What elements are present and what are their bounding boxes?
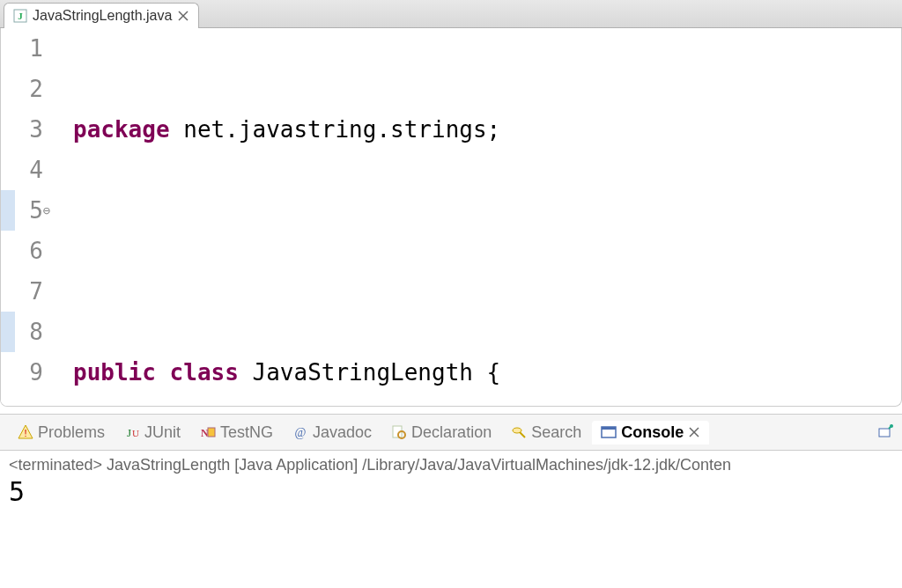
view-tab-problems[interactable]: !Problems [9, 421, 114, 445]
view-tab-junit[interactable]: JUJUnit [115, 421, 189, 445]
view-tab-label: TestNG [220, 423, 273, 442]
view-tab-label: Declaration [411, 423, 492, 442]
svg-point-19 [890, 424, 893, 428]
view-tab-declaration[interactable]: Declaration [382, 421, 500, 445]
console-toolbar [877, 424, 902, 440]
view-tab-search[interactable]: Search [502, 421, 590, 445]
console-icon [601, 424, 617, 440]
code-content[interactable]: package net.javastring.strings; public c… [68, 28, 901, 406]
junit-icon: JU [124, 424, 140, 440]
svg-rect-8 [208, 428, 215, 437]
view-tab-label: JUnit [144, 423, 181, 442]
testng-icon: N [200, 424, 216, 440]
close-icon[interactable] [177, 10, 189, 22]
svg-text:U: U [132, 428, 139, 438]
view-tab-label: Javadoc [313, 423, 372, 442]
console-output[interactable]: 5 [9, 476, 893, 507]
console-status: <terminated> JavaStringLength [Java Appl… [9, 456, 893, 474]
view-tab-label: Console [621, 423, 684, 442]
declaration-icon [391, 424, 407, 440]
change-marker [1, 190, 15, 231]
view-tab-label: Problems [38, 423, 105, 442]
svg-text:J: J [127, 426, 131, 439]
views-tab-bar: !ProblemsJUJUnitNTestNG@JavadocDeclarati… [0, 414, 902, 451]
view-tab-label: Search [531, 423, 581, 442]
collapse-icon[interactable]: ⊖ [43, 190, 50, 231]
view-tab-console[interactable]: Console [592, 421, 709, 445]
change-marker [1, 312, 15, 352]
svg-rect-18 [879, 429, 890, 437]
line-number-ruler: 12345⊖6789 [15, 28, 52, 406]
svg-text:@: @ [295, 426, 307, 439]
change-ruler [1, 28, 15, 406]
tab-label: JavaStringLength.java [33, 8, 172, 24]
svg-line-13 [520, 432, 525, 437]
svg-text:J: J [18, 11, 23, 21]
problems-icon: ! [18, 424, 33, 440]
svg-text:!: ! [24, 428, 26, 438]
svg-rect-15 [602, 427, 616, 430]
search-icon [511, 424, 527, 440]
javadoc-icon: @ [292, 424, 308, 440]
folding-ruler [52, 28, 68, 406]
code-line: public class JavaStringLength { [73, 352, 901, 393]
editor-tab-bar: J JavaStringLength.java [0, 0, 902, 28]
code-line: package net.javastring.strings; [73, 109, 901, 150]
pin-console-icon[interactable] [877, 424, 893, 440]
view-tab-testng[interactable]: NTestNG [191, 421, 282, 445]
view-tab-javadoc[interactable]: @Javadoc [284, 421, 381, 445]
editor-tab-active[interactable]: J JavaStringLength.java [4, 3, 199, 28]
code-line [73, 231, 901, 271]
console-view: <terminated> JavaStringLength [Java Appl… [0, 451, 902, 588]
java-file-icon: J [13, 9, 27, 23]
close-icon[interactable] [688, 426, 700, 438]
code-editor[interactable]: 12345⊖6789 package net.javastring.string… [0, 28, 902, 407]
